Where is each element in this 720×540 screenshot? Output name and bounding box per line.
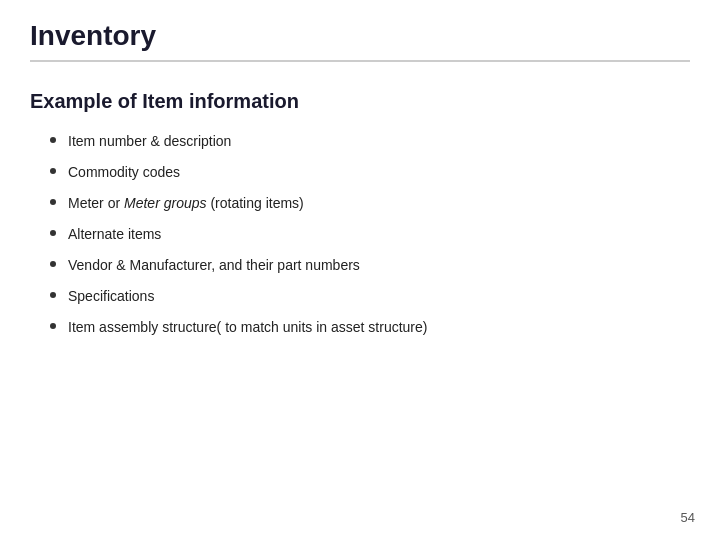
list-item: Commodity codes xyxy=(50,162,690,183)
item-text: Vendor & Manufacturer, and their part nu… xyxy=(68,255,360,276)
bullet-dot xyxy=(50,323,56,329)
bullet-list: Item number & description Commodity code… xyxy=(30,131,690,338)
list-item: Vendor & Manufacturer, and their part nu… xyxy=(50,255,690,276)
italic-text: Meter groups xyxy=(124,195,206,211)
bullet-dot xyxy=(50,292,56,298)
page-title: Inventory xyxy=(30,20,690,62)
list-item: Item assembly structure( to match units … xyxy=(50,317,690,338)
bullet-dot xyxy=(50,168,56,174)
bullet-dot xyxy=(50,137,56,143)
bullet-dot xyxy=(50,261,56,267)
item-text: Commodity codes xyxy=(68,162,180,183)
page-container: Inventory Example of Item information It… xyxy=(0,0,720,540)
list-item: Alternate items xyxy=(50,224,690,245)
item-text: Alternate items xyxy=(68,224,161,245)
section-title: Example of Item information xyxy=(30,90,690,113)
item-text: Item assembly structure( to match units … xyxy=(68,317,427,338)
list-item: Item number & description xyxy=(50,131,690,152)
bullet-dot xyxy=(50,230,56,236)
item-text: Specifications xyxy=(68,286,154,307)
item-text: Meter or Meter groups (rotating items) xyxy=(68,193,304,214)
bullet-dot xyxy=(50,199,56,205)
item-text: Item number & description xyxy=(68,131,231,152)
page-number: 54 xyxy=(681,510,695,525)
list-item: Specifications xyxy=(50,286,690,307)
list-item: Meter or Meter groups (rotating items) xyxy=(50,193,690,214)
